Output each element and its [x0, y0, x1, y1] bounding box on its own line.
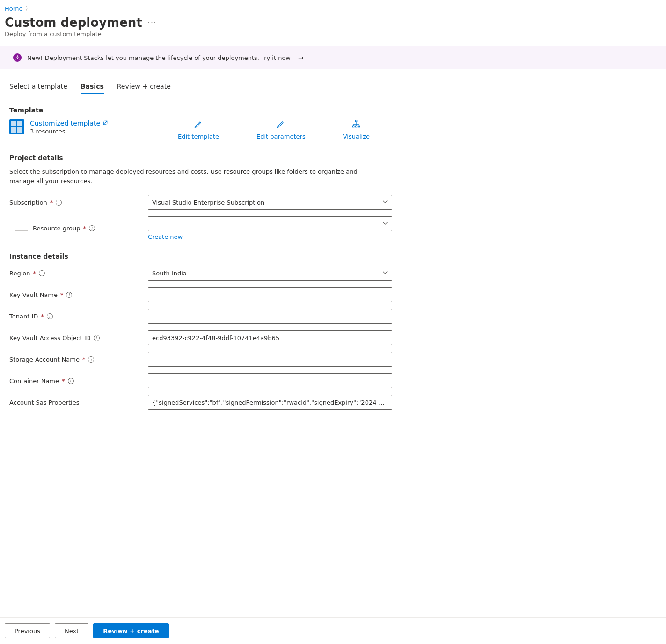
region-label: Region	[9, 270, 30, 277]
page-title: Custom deployment	[5, 15, 142, 30]
create-new-resource-group-link[interactable]: Create new	[148, 233, 183, 240]
subscription-value: Visual Studio Enterprise Subscription	[152, 199, 264, 206]
page-subtitle: Deploy from a custom template	[5, 30, 661, 37]
info-icon[interactable]: i	[89, 225, 95, 231]
required-indicator: *	[82, 356, 86, 363]
svg-rect-1	[353, 126, 354, 127]
key-vault-name-input[interactable]	[152, 291, 388, 298]
project-details-help: Select the subscription to manage deploy…	[5, 167, 374, 185]
account-sas-input[interactable]	[152, 399, 388, 406]
chevron-down-icon	[382, 221, 388, 228]
tab-review-create[interactable]: Review + create	[117, 82, 171, 94]
storage-account-name-label: Storage Account Name	[9, 356, 80, 363]
region-select[interactable]: South India	[148, 266, 392, 281]
svg-rect-2	[356, 126, 357, 127]
visualize-label: Visualize	[343, 133, 370, 140]
edit-parameters-button[interactable]: Edit parameters	[256, 119, 306, 140]
info-icon[interactable]: i	[88, 356, 94, 363]
template-heading: Template	[5, 106, 661, 114]
customized-template-link[interactable]: Customized template	[30, 119, 108, 127]
instance-details-heading: Instance details	[5, 252, 661, 260]
tenant-id-input[interactable]	[152, 313, 388, 320]
chevron-down-icon	[382, 199, 388, 206]
customized-template-card: Customized template 3 resources	[9, 119, 178, 135]
info-icon[interactable]: i	[94, 335, 100, 341]
resource-group-select[interactable]	[148, 216, 392, 231]
chevron-down-icon	[382, 270, 388, 277]
banner-text: New! Deployment Stacks let you manage th…	[27, 54, 291, 61]
key-vault-name-label: Key Vault Name	[9, 291, 58, 298]
breadcrumb: Home 〉	[5, 5, 661, 13]
wizard-tabs: Select a template Basics Review + create	[5, 82, 661, 94]
tenant-id-label: Tenant ID	[9, 313, 38, 320]
edit-parameters-label: Edit parameters	[256, 133, 306, 140]
edit-template-label: Edit template	[178, 133, 219, 140]
svg-rect-0	[356, 120, 357, 122]
required-indicator: *	[41, 313, 44, 320]
project-details-heading: Project details	[5, 154, 661, 162]
account-sas-label: Account Sas Properties	[9, 399, 79, 406]
info-icon[interactable]: i	[39, 270, 45, 276]
subscription-select[interactable]: Visual Studio Enterprise Subscription	[148, 195, 392, 210]
info-icon[interactable]: i	[56, 200, 62, 206]
required-indicator: *	[83, 225, 87, 232]
required-indicator: *	[33, 270, 37, 277]
required-indicator: *	[60, 291, 64, 298]
svg-rect-3	[359, 126, 360, 127]
required-indicator: *	[50, 199, 53, 206]
info-icon[interactable]: i	[66, 292, 72, 298]
info-icon[interactable]: i	[47, 313, 53, 319]
container-name-input[interactable]	[152, 378, 388, 385]
region-value: South India	[152, 270, 187, 277]
external-link-icon	[102, 119, 108, 127]
pencil-icon	[194, 119, 203, 130]
subscription-label: Subscription	[9, 199, 47, 206]
pencil-icon	[276, 119, 285, 130]
container-name-label: Container Name	[9, 378, 59, 385]
hierarchy-icon	[351, 119, 361, 130]
edit-template-button[interactable]: Edit template	[178, 119, 219, 140]
resource-group-label: Resource group	[33, 225, 81, 232]
breadcrumb-home[interactable]: Home	[5, 5, 22, 12]
info-icon[interactable]: i	[68, 378, 74, 384]
storage-account-name-input[interactable]	[152, 356, 388, 363]
tab-select-template[interactable]: Select a template	[9, 82, 67, 94]
visualize-button[interactable]: Visualize	[343, 119, 370, 140]
chevron-right-icon: 〉	[25, 5, 31, 13]
required-indicator: *	[62, 378, 65, 385]
deployment-stacks-banner[interactable]: New! Deployment Stacks let you manage th…	[0, 46, 666, 69]
template-resources-count: 3 resources	[30, 128, 108, 135]
template-icon	[9, 119, 24, 134]
customized-template-link-label: Customized template	[30, 119, 100, 127]
more-actions-button[interactable]: ···	[148, 19, 157, 26]
tab-basics[interactable]: Basics	[81, 82, 104, 94]
arrow-right-icon: →	[298, 54, 304, 61]
kv-access-object-id-input[interactable]	[152, 334, 388, 341]
kv-access-object-id-label: Key Vault Access Object ID	[9, 334, 91, 341]
rocket-icon	[13, 53, 22, 62]
